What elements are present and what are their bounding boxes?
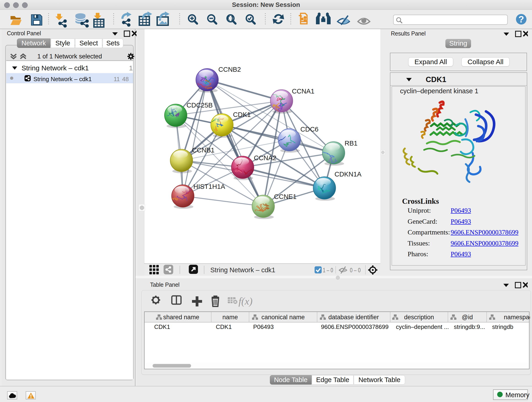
svg-text:HIST1H1A: HIST1H1A bbox=[193, 183, 225, 190]
svg-text:CCNE1: CCNE1 bbox=[274, 193, 297, 200]
svg-text:?: ? bbox=[519, 14, 524, 24]
svg-text:RB1: RB1 bbox=[345, 140, 357, 147]
svg-text:CDC25B: CDC25B bbox=[186, 102, 213, 109]
svg-text:CCNA2: CCNA2 bbox=[254, 154, 276, 162]
svg-text:CCNA1: CCNA1 bbox=[292, 88, 314, 95]
svg-text:CCNB2: CCNB2 bbox=[218, 66, 241, 73]
svg-text:1 – 0: 1 – 0 bbox=[323, 267, 333, 274]
svg-text:0 – 0: 0 – 0 bbox=[350, 267, 361, 274]
svg-text:CCNB1: CCNB1 bbox=[192, 147, 215, 154]
svg-text:CDK1: CDK1 bbox=[233, 111, 251, 118]
svg-text:CDKN1A: CDKN1A bbox=[335, 171, 361, 178]
svg-text:CDC6: CDC6 bbox=[300, 126, 318, 133]
